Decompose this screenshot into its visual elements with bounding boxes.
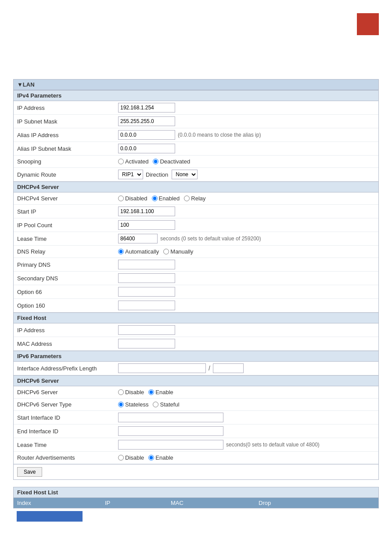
end-interface-id-label: End Interface ID bbox=[17, 428, 118, 435]
direction-select[interactable]: None bbox=[172, 170, 198, 179]
fixed-host-mac-input[interactable] bbox=[118, 339, 175, 348]
dhcpv6-lease-time-row: Lease Time seconds(0 sets to default val… bbox=[14, 438, 378, 452]
dhcpv6-disable-option[interactable]: Disable bbox=[118, 389, 144, 395]
dhcpv6-server-control: Disable Enable bbox=[118, 389, 375, 395]
option66-input[interactable] bbox=[118, 287, 175, 297]
interface-addr-input[interactable] bbox=[118, 363, 206, 373]
fixed-host-header: Fixed Host bbox=[14, 312, 378, 323]
router-adv-label: Router Advertisements bbox=[17, 454, 118, 461]
alias-ip-row: Alias IP Address (0.0.0.0 means to close… bbox=[14, 128, 378, 142]
subnet-mask-label: IP Subnet Mask bbox=[17, 118, 118, 125]
save-button[interactable]: Save bbox=[17, 467, 42, 477]
lease-time-control: seconds (0 sets to default value of 2592… bbox=[118, 234, 375, 243]
dhcpv4-relay-radio[interactable] bbox=[184, 196, 190, 201]
dhcpv4-enabled-radio[interactable] bbox=[152, 196, 158, 201]
dhcpv6-stateful-option[interactable]: Stateful bbox=[153, 401, 179, 408]
start-interface-id-control bbox=[118, 413, 375, 422]
start-interface-id-input[interactable] bbox=[118, 413, 223, 422]
subnet-mask-input[interactable] bbox=[118, 116, 175, 126]
dhcpv6-enable-radio[interactable] bbox=[148, 389, 154, 395]
secondary-dns-input[interactable] bbox=[118, 273, 175, 283]
ip-pool-label: IP Pool Count bbox=[17, 222, 118, 229]
dhcpv6-header-label: DHCPv6 Server bbox=[17, 377, 59, 384]
dynamic-route-row: Dynamic Route RIP1 Direction None bbox=[14, 168, 378, 181]
secondary-dns-label: Secondary DNS bbox=[17, 275, 118, 282]
fixed-host-mac-row: MAC Address bbox=[14, 337, 378, 351]
fixed-host-list-section: Fixed Host List Index IP MAC Drop bbox=[13, 487, 379, 508]
dhcpv6-disable-radio[interactable] bbox=[118, 389, 124, 395]
dns-auto-radio[interactable] bbox=[118, 249, 124, 254]
option160-row: Option 160 bbox=[14, 299, 378, 312]
snooping-deactivated-radio[interactable] bbox=[153, 159, 158, 164]
dns-relay-label: DNS Relay bbox=[17, 248, 118, 255]
slash-separator: / bbox=[209, 365, 210, 372]
dhcpv6-enable-option[interactable]: Enable bbox=[148, 389, 173, 395]
dns-manual-option[interactable]: Manually bbox=[163, 248, 193, 255]
end-interface-id-input[interactable] bbox=[118, 426, 223, 436]
dynamic-route-label: Dynamic Route bbox=[17, 171, 118, 178]
dns-relay-control: Automatically Manually bbox=[118, 248, 375, 255]
option66-control bbox=[118, 287, 375, 297]
end-interface-id-row: End Interface ID bbox=[14, 424, 378, 438]
dhcpv4-relay-option[interactable]: Relay bbox=[184, 195, 205, 202]
start-ip-input[interactable] bbox=[118, 207, 175, 216]
router-adv-disable-radio[interactable] bbox=[118, 455, 124, 461]
router-adv-enable-radio[interactable] bbox=[148, 455, 154, 461]
secondary-dns-control bbox=[118, 273, 375, 283]
dhcpv6-server-label: DHCPv6 Server bbox=[17, 389, 118, 395]
blue-bar bbox=[17, 511, 83, 522]
dhcpv6-stateful-radio[interactable] bbox=[153, 402, 158, 407]
dns-manual-radio[interactable] bbox=[163, 249, 169, 254]
alias-subnet-input[interactable] bbox=[118, 144, 175, 153]
lease-time-label: Lease Time bbox=[17, 236, 118, 242]
router-adv-disable-option[interactable]: Disable bbox=[118, 454, 144, 461]
dhcpv4-header-label: DHCPv4 Server bbox=[17, 184, 59, 190]
dynamic-route-select[interactable]: RIP1 bbox=[118, 170, 143, 179]
interface-addr-label: Interface Address/Prefix Length bbox=[17, 365, 118, 372]
fixed-host-ip-control bbox=[118, 325, 375, 335]
option160-input[interactable] bbox=[118, 301, 175, 310]
start-ip-label: Start IP bbox=[17, 208, 118, 215]
router-adv-enable-option[interactable]: Enable bbox=[148, 454, 173, 461]
ipv4-header: IPv4 Parameters bbox=[14, 90, 378, 101]
snooping-deactivated-option[interactable]: Deactivated bbox=[153, 158, 190, 165]
ip-pool-input[interactable] bbox=[118, 220, 175, 230]
dhcpv6-type-control: Stateless Stateful bbox=[118, 401, 375, 408]
dhcpv4-disabled-option[interactable]: Disabled bbox=[118, 195, 147, 202]
option66-label: Option 66 bbox=[17, 289, 118, 295]
dhcpv6-stateless-option[interactable]: Stateless bbox=[118, 401, 148, 408]
dhcpv6-lease-time-control: seconds(0 sets to default value of 4800) bbox=[118, 440, 375, 450]
ip-pool-row: IP Pool Count bbox=[14, 218, 378, 232]
dynamic-route-control: RIP1 Direction None bbox=[118, 170, 375, 179]
dhcpv4-server-control: Disabled Enabled Relay bbox=[118, 195, 375, 202]
prefix-length-input[interactable] bbox=[213, 363, 244, 373]
snooping-activated-radio[interactable] bbox=[118, 159, 124, 164]
ip-address-label: IP Address bbox=[17, 105, 118, 111]
dhcpv6-server-row: DHCPv6 Server Disable Enable bbox=[14, 386, 378, 399]
dhcpv6-header: DHCPv6 Server bbox=[14, 375, 378, 386]
dhcpv4-disabled-radio[interactable] bbox=[118, 196, 124, 201]
ip-address-row: IP Address bbox=[14, 101, 378, 115]
alias-subnet-row: Alias IP Subnet Mask bbox=[14, 142, 378, 156]
alias-subnet-label: Alias IP Subnet Mask bbox=[17, 145, 118, 152]
ipv6-header: IPv6 Parameters bbox=[14, 351, 378, 362]
lease-time-input[interactable] bbox=[118, 234, 158, 243]
dhcpv4-enabled-option[interactable]: Enabled bbox=[152, 195, 180, 202]
fixed-host-ip-input[interactable] bbox=[118, 325, 175, 335]
ip-address-input[interactable] bbox=[118, 103, 175, 112]
ip-pool-control bbox=[118, 220, 375, 230]
snooping-activated-option[interactable]: Activated bbox=[118, 158, 148, 165]
primary-dns-input[interactable] bbox=[118, 260, 175, 269]
col-mac-header: MAC bbox=[171, 500, 259, 506]
alias-subnet-control bbox=[118, 144, 375, 153]
dhcpv6-lease-time-input[interactable] bbox=[118, 440, 223, 450]
dns-auto-option[interactable]: Automatically bbox=[118, 248, 159, 255]
save-row: Save bbox=[14, 464, 378, 479]
fixed-host-ip-label: IP Address bbox=[17, 327, 118, 334]
dhcpv6-stateless-radio[interactable] bbox=[118, 402, 124, 407]
fixed-host-mac-control bbox=[118, 339, 375, 348]
alias-ip-input[interactable] bbox=[118, 130, 175, 140]
lease-time-hint: seconds (0 sets to default value of 2592… bbox=[160, 236, 261, 242]
dhcpv6-type-label: DHCPv6 Server Type bbox=[17, 401, 118, 408]
page-wrapper: ▼LAN IPv4 Parameters IP Address IP Subne… bbox=[0, 0, 392, 555]
